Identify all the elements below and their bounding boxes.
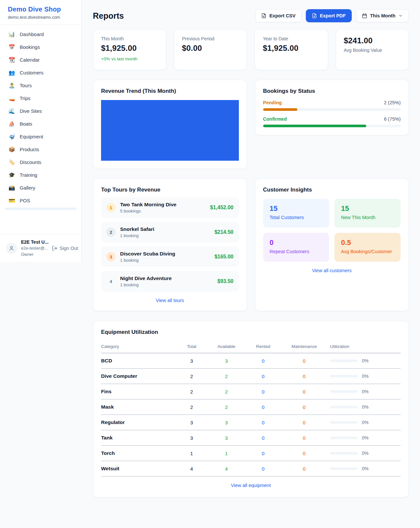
sidebar-item-label: Customers [20, 70, 44, 75]
status-row: Confirmed 6 (75%) [263, 116, 401, 127]
sidebar-item-icon: 💳 [9, 197, 15, 204]
equipment-utilization-title: Equipment Utilization [101, 329, 401, 335]
insight-card: 0 Repeat Customers [263, 233, 329, 262]
sidebar-item[interactable]: 💳 POS [4, 194, 77, 207]
insight-card: 15 Total Customers [263, 199, 329, 228]
equipment-maintenance: 0 [280, 399, 329, 415]
status-progress-fill [263, 125, 367, 127]
equipment-total: 4 [177, 461, 206, 477]
equipment-table-row: Tank 3 3 0 0 0% [101, 430, 401, 446]
tour-bookings: 5 bookings [120, 209, 205, 213]
equipment-available: 2 [206, 369, 247, 384]
export-csv-button[interactable]: Export CSV [255, 9, 302, 22]
shop-name[interactable]: Demo Dive Shop [8, 6, 74, 13]
stat-value: $0.00 [182, 44, 239, 53]
sidebar-item[interactable]: 👥 Customers [4, 66, 77, 79]
sidebar-item[interactable]: 📅 Bookings [4, 41, 77, 53]
utilization-percent: 0% [362, 451, 368, 456]
equipment-table: Category Total Available Rented Maintena… [101, 341, 401, 477]
utilization-bar-track [330, 452, 358, 455]
insight-label: Avg Bookings/Customer [341, 249, 394, 254]
sidebar-item-icon: 👥 [9, 70, 15, 76]
sidebar-item[interactable]: 📊 Dashboard [4, 28, 77, 41]
equipment-table-row: Mask 2 2 0 0 0% [101, 399, 401, 415]
tour-list-item[interactable]: 3 Discover Scuba Diving 1 booking $165.0… [101, 247, 239, 267]
view-all-equipment-link[interactable]: View all equipment [231, 483, 271, 488]
tour-list-item[interactable]: 2 Snorkel Safari 1 booking $214.50 [101, 222, 239, 242]
insight-value: 15 [270, 204, 323, 213]
status-value: 2 (25%) [384, 100, 401, 105]
view-all-tours-link[interactable]: View all tours [156, 298, 184, 303]
equipment-total: 3 [177, 430, 206, 446]
status-progress-fill [263, 108, 298, 111]
sidebar-item[interactable]: 📆 Calendar [4, 53, 77, 66]
sidebar-item[interactable]: 🏝️ Tours [4, 79, 77, 92]
equipment-maintenance: 0 [280, 461, 329, 477]
equipment-available: 4 [206, 461, 247, 477]
sidebar-item-label: Bookings [20, 44, 40, 50]
utilization-bar-track [330, 467, 358, 470]
tour-name: Discover Scuba Diving [120, 251, 210, 257]
stat-value: $1,925.00 [101, 44, 158, 53]
sidebar-item-icon: 🎓 [9, 172, 15, 178]
sidebar-item[interactable]: 📸 Gallery [4, 181, 77, 194]
equipment-total: 2 [177, 369, 206, 384]
tour-rank-badge: 1 [106, 203, 116, 212]
sign-out-button[interactable]: Sign Out [52, 245, 78, 251]
charts-row: Revenue Trend (This Month) Bookings by S… [93, 80, 409, 169]
sidebar-item[interactable]: 🤿 Equipment [4, 130, 77, 143]
sidebar-item[interactable]: 🎓 Training [4, 169, 77, 181]
equipment-available: 1 [206, 446, 247, 461]
sidebar-item[interactable]: 🌊 Dive Sites [4, 105, 77, 117]
stat-card-avg-booking-value: $241.00 Avg Booking Value [336, 29, 409, 70]
equipment-available: 2 [206, 384, 247, 399]
utilization-bar-track [330, 421, 358, 424]
sidebar-item-icon: 🏷️ [9, 159, 15, 165]
column-header-category: Category [101, 341, 177, 353]
status-row: Pending 2 (25%) [263, 100, 401, 111]
tour-revenue: $165.00 [215, 254, 234, 260]
equipment-maintenance: 0 [280, 384, 329, 399]
tour-list-item[interactable]: 1 Two Tank Morning Dive 5 bookings $1,45… [101, 197, 239, 218]
insight-value: 0.5 [341, 238, 394, 247]
view-all-customers-link[interactable]: View all customers [312, 268, 352, 273]
stat-value: $241.00 [344, 36, 401, 45]
equipment-rented: 0 [247, 384, 280, 399]
shop-domain: demo.test.divestreams.com [8, 15, 74, 20]
utilization-percent: 0% [362, 435, 368, 440]
equipment-available: 2 [206, 399, 247, 415]
sidebar-item[interactable]: ⛵ Boats [4, 117, 77, 130]
sidebar-item[interactable]: 🏷️ Discounts [4, 156, 77, 169]
export-pdf-label: Export PDF [320, 13, 346, 18]
insight-label: Total Customers [270, 215, 323, 220]
sidebar-item-icon: 🏝️ [9, 82, 15, 89]
utilization-bar-track [330, 359, 358, 362]
sidebar-item-label: Discounts [20, 159, 41, 165]
sidebar-item[interactable]: 🚤 Trips [4, 92, 77, 105]
period-select[interactable]: This Month [356, 9, 409, 22]
equipment-total: 2 [177, 399, 206, 415]
equipment-rented: 0 [247, 461, 280, 477]
chevron-down-icon [398, 13, 403, 18]
stat-card-this-month: This Month $1,925.00 +0% vs last month [93, 29, 166, 70]
sidebar-item[interactable]: 📦 Products [4, 143, 77, 156]
tour-revenue: $1,452.00 [210, 205, 233, 211]
sidebar-item-reports-partial[interactable] [5, 208, 77, 210]
utilization-bar-track [330, 406, 358, 408]
equipment-rented: 0 [247, 399, 280, 415]
export-pdf-button[interactable]: Export PDF [306, 9, 352, 22]
avatar [6, 243, 17, 254]
equipment-maintenance: 0 [280, 353, 329, 369]
sidebar-item-label: Calendar [20, 57, 40, 63]
insight-card: 15 New This Month [334, 199, 401, 228]
customer-insights-card: Customer Insights 15 Total Customers 15 … [255, 178, 409, 311]
insight-label: Repeat Customers [270, 249, 323, 254]
equipment-table-header: Category Total Available Rented Maintena… [101, 341, 401, 353]
tour-list-item[interactable]: 4 Night Dive Adventure 1 booking $93.50 [101, 271, 239, 292]
equipment-total: 2 [177, 384, 206, 399]
utilization-bar-track [330, 390, 358, 393]
equipment-category: BCD [101, 353, 177, 369]
column-header-utilization: Utilization [329, 341, 401, 353]
equipment-category: Torch [101, 446, 177, 461]
sidebar-item-label: Trips [20, 95, 31, 101]
